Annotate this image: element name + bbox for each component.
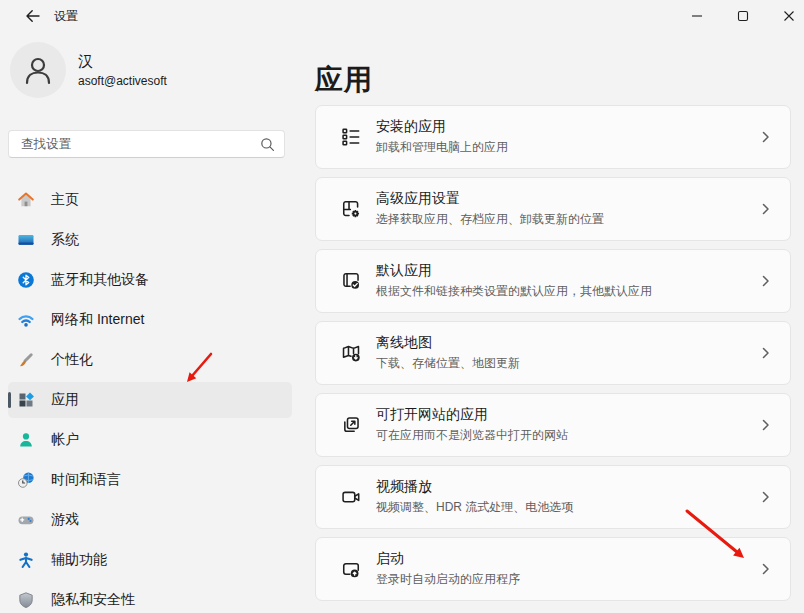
card-subtitle: 登录时自动启动的应用程序	[376, 571, 520, 588]
window-external-arrow-icon	[340, 414, 362, 436]
card-title: 默认应用	[376, 262, 652, 280]
back-button[interactable]	[18, 4, 48, 28]
close-button[interactable]	[766, 0, 804, 32]
system-icon	[17, 231, 35, 249]
sidebar-item-time-language[interactable]: 时间和语言	[8, 462, 292, 498]
wifi-icon	[17, 311, 35, 329]
user-account-block[interactable]: 汉 asoft@activesoft	[10, 42, 167, 98]
sidebar-item-system[interactable]: 系统	[8, 222, 292, 258]
maximize-icon	[737, 10, 749, 22]
settings-cards: 安装的应用 卸载和管理电脑上的应用 高级应用设置 选择获取应用、存档应用、卸载更…	[315, 105, 791, 609]
close-icon	[783, 10, 795, 22]
back-arrow-icon	[25, 8, 41, 24]
card-title: 启动	[376, 550, 520, 568]
installed-apps-icon	[340, 126, 362, 148]
caption-controls	[674, 0, 804, 32]
sidebar-item-bluetooth-devices[interactable]: 蓝牙和其他设备	[8, 262, 292, 298]
sidebar-item-label: 蓝牙和其他设备	[51, 271, 149, 289]
window-startup-arrow-icon	[340, 558, 362, 580]
sidebar-item-home[interactable]: 主页	[8, 182, 292, 218]
card-title: 高级应用设置	[376, 190, 604, 208]
apps-icon	[17, 391, 35, 409]
time-language-icon	[17, 471, 35, 489]
sidebar-item-label: 辅助功能	[51, 551, 107, 569]
user-email: asoft@activesoft	[78, 74, 167, 88]
sidebar-item-label: 个性化	[51, 351, 93, 369]
page-title: 应用	[315, 61, 373, 99]
search-input[interactable]	[21, 137, 260, 151]
personalization-brush-icon	[17, 351, 35, 369]
card-subtitle: 下载、存储位置、地图更新	[376, 355, 520, 372]
avatar	[10, 42, 66, 98]
sidebar-item-label: 隐私和安全性	[51, 591, 135, 609]
card-startup[interactable]: 启动 登录时自动启动的应用程序	[315, 537, 791, 601]
sidebar-item-label: 主页	[51, 191, 79, 209]
card-default-apps[interactable]: 默认应用 根据文件和链接种类设置的默认应用，其他默认应用	[315, 249, 791, 313]
user-text: 汉 asoft@activesoft	[78, 52, 167, 88]
chevron-right-icon	[762, 275, 770, 287]
chevron-right-icon	[762, 203, 770, 215]
privacy-shield-icon	[17, 591, 35, 609]
titlebar: 设置	[0, 0, 804, 32]
sidebar-item-label: 系统	[51, 231, 79, 249]
card-title: 视频播放	[376, 478, 573, 496]
gamepad-icon	[17, 511, 35, 529]
chevron-right-icon	[762, 347, 770, 359]
sidebar-item-personalization[interactable]: 个性化	[8, 342, 292, 378]
window-check-icon	[340, 270, 362, 292]
minimize-icon	[691, 10, 703, 22]
person-icon	[21, 53, 55, 87]
sidebar-item-label: 帐户	[51, 431, 79, 449]
card-video-playback[interactable]: 视频播放 视频调整、HDR 流式处理、电池选项	[315, 465, 791, 529]
chevron-right-icon	[762, 419, 770, 431]
card-offline-maps[interactable]: 离线地图 下载、存储位置、地图更新	[315, 321, 791, 385]
sidebar-item-label: 游戏	[51, 511, 79, 529]
sidebar-nav: 主页 系统 蓝牙和其他设备	[0, 182, 300, 613]
sidebar-item-privacy-security[interactable]: 隐私和安全性	[8, 582, 292, 613]
sidebar-item-network-internet[interactable]: 网络和 Internet	[8, 302, 292, 338]
card-subtitle: 卸载和管理电脑上的应用	[376, 139, 508, 156]
card-subtitle: 根据文件和链接种类设置的默认应用，其他默认应用	[376, 283, 652, 300]
card-installed-apps[interactable]: 安装的应用 卸载和管理电脑上的应用	[315, 105, 791, 169]
sidebar-item-gaming[interactable]: 游戏	[8, 502, 292, 538]
sidebar-item-label: 时间和语言	[51, 471, 121, 489]
card-title: 离线地图	[376, 334, 520, 352]
card-title: 安装的应用	[376, 118, 508, 136]
card-subtitle: 选择获取应用、存档应用、卸载更新的位置	[376, 211, 604, 228]
chevron-right-icon	[762, 491, 770, 503]
card-subtitle: 视频调整、HDR 流式处理、电池选项	[376, 499, 573, 516]
video-camera-icon	[340, 486, 362, 508]
card-title: 可打开网站的应用	[376, 406, 568, 424]
map-download-icon	[340, 342, 362, 364]
card-subtitle: 可在应用而不是浏览器中打开的网站	[376, 427, 568, 444]
sidebar-item-accounts[interactable]: 帐户	[8, 422, 292, 458]
window-gear-icon	[340, 198, 362, 220]
user-name: 汉	[78, 52, 167, 70]
home-icon	[17, 191, 35, 209]
minimize-button[interactable]	[674, 0, 720, 32]
search-icon[interactable]	[260, 137, 275, 152]
window-title: 设置	[54, 8, 78, 25]
accessibility-person-icon	[17, 551, 35, 569]
sidebar-item-accessibility[interactable]: 辅助功能	[8, 542, 292, 578]
search-box[interactable]	[8, 130, 285, 158]
maximize-button[interactable]	[720, 0, 766, 32]
sidebar-item-label: 应用	[51, 391, 79, 409]
card-apps-for-websites[interactable]: 可打开网站的应用 可在应用而不是浏览器中打开的网站	[315, 393, 791, 457]
sidebar-item-label: 网络和 Internet	[51, 311, 144, 329]
chevron-right-icon	[762, 131, 770, 143]
sidebar-item-apps[interactable]: 应用	[8, 382, 292, 418]
account-person-icon	[17, 431, 35, 449]
chevron-right-icon	[762, 563, 770, 575]
bluetooth-icon	[17, 271, 35, 289]
card-advanced-app-settings[interactable]: 高级应用设置 选择获取应用、存档应用、卸载更新的位置	[315, 177, 791, 241]
